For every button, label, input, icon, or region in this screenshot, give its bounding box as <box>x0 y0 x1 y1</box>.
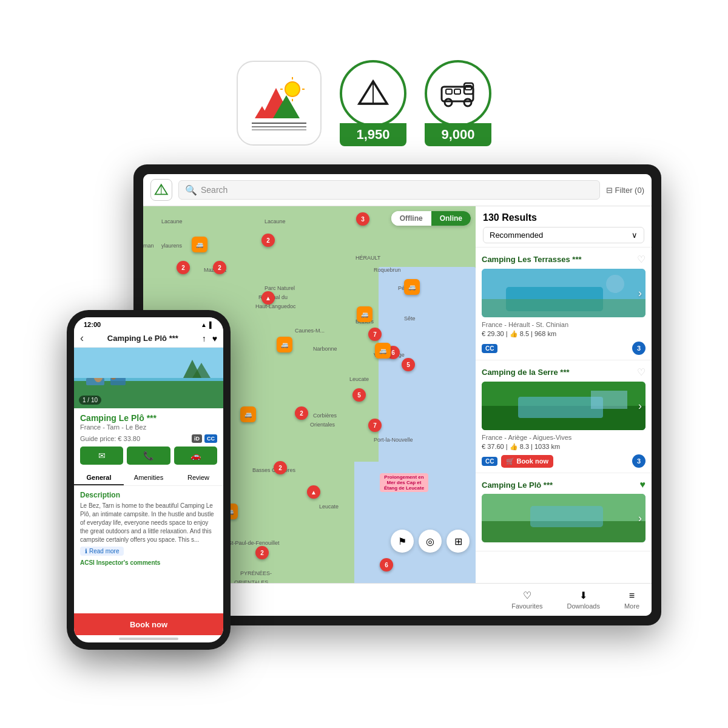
campsite-card-1: Camping Les Terrasses *** ♡ <box>476 248 652 360</box>
phone-statusbar: 12:00 ▲ ▌ <box>74 317 223 329</box>
map-label-portla: Port-la-Nouvelle <box>374 437 413 443</box>
results-header: 130 Results Recommended ∨ <box>476 206 652 248</box>
more-icon: ≡ <box>629 590 635 601</box>
campsite-title-row-1: Camping Les Terrasses *** ♡ <box>482 254 645 265</box>
phone-device: 12:00 ▲ ▌ ‹ Camping Le Plô *** ↑ ♥ <box>67 310 231 650</box>
online-toggle[interactable]: Online <box>431 211 471 226</box>
map-pin-2-2: 2 <box>177 261 190 274</box>
read-more-button[interactable]: ℹ Read more <box>80 547 124 556</box>
app-icon[interactable] <box>237 61 322 146</box>
search-icon: 🔍 <box>185 184 197 196</box>
flag-button[interactable]: ⚑ <box>391 530 414 553</box>
svg-point-20 <box>464 99 471 106</box>
nav-favourites[interactable]: ♡ Favourites <box>511 590 542 610</box>
filter-button[interactable]: ⊟ Filter (0) <box>606 186 644 195</box>
phone-home-indicator <box>119 638 178 640</box>
chevron-right-icon-2: › <box>638 400 642 413</box>
map-label-caunes: Caunes-M... <box>295 328 325 334</box>
map-pin-6-4: 6 <box>380 558 393 571</box>
svg-point-26 <box>606 275 624 293</box>
svg-rect-17 <box>454 89 460 94</box>
tab-review[interactable]: Review <box>174 471 223 485</box>
phone-price-label: Guide price: € 33.80 <box>80 435 140 442</box>
chevron-right-icon-3: › <box>638 512 642 525</box>
campsite-img-inner-1 <box>482 269 645 317</box>
map-pin-5-2: 5 <box>352 388 366 402</box>
sort-dropdown[interactable]: Recommended ∨ <box>483 227 644 243</box>
email-button[interactable]: ✉ <box>80 447 123 465</box>
map-pin-orange-1: 🚐 <box>192 237 207 252</box>
num-badge-2: 3 <box>632 454 645 468</box>
campsite-count: 1,950 <box>340 123 406 146</box>
svg-point-19 <box>445 99 452 106</box>
battery-icon: ▌ <box>209 322 214 328</box>
share-icon[interactable]: ↑ <box>202 334 206 343</box>
map-label-corbieres: Corbières <box>313 413 337 419</box>
map-label-haut: Haut-Languedoc <box>255 303 296 309</box>
campsite-image-3: › <box>482 494 645 542</box>
chevron-right-icon-1: › <box>638 287 642 300</box>
cc-badge-phone: CC <box>204 434 217 443</box>
directions-button[interactable]: 🚗 <box>174 447 217 465</box>
campsite-image-2: › <box>482 382 645 430</box>
map-pin-tent-1: ▲ <box>261 291 275 305</box>
map-pin-7-2: 7 <box>368 419 382 432</box>
tab-general[interactable]: General <box>74 471 124 485</box>
grid-button[interactable]: ⊞ <box>447 530 470 553</box>
phone-page-title: Camping Le Plô *** <box>107 334 178 343</box>
nav-more-label: More <box>624 602 639 610</box>
phone-action-buttons: ✉ 📞 🚗 <box>80 447 217 465</box>
phone-campsite-location: France - Tarn - Le Bez <box>80 423 217 431</box>
camper-badge: 9,000 <box>425 60 491 146</box>
campsite-card-2: Camping de la Serre *** ♡ <box>476 360 652 473</box>
tab-amenities[interactable]: Amenities <box>124 471 174 485</box>
filter-label: Filter (0) <box>615 186 644 195</box>
search-bar[interactable]: 🔍 Search <box>178 180 600 200</box>
map-pin-2-3: 2 <box>213 261 226 274</box>
svg-point-0 <box>285 82 300 96</box>
heart-save-icon[interactable]: ♥ <box>212 334 217 343</box>
campsite-title-3: Camping Le Plô *** <box>482 480 553 490</box>
map-pin-orange-4: 🚐 <box>277 337 292 352</box>
map-view-toggle: Offline Online <box>391 211 471 226</box>
campsite-title-row-2: Camping de la Serre *** ♡ <box>482 366 645 378</box>
phone-book-button[interactable]: Book now <box>74 613 223 635</box>
phone-call-button[interactable]: 📞 <box>127 447 170 465</box>
map-label-sete: Sête <box>404 315 416 322</box>
campsite-badge: 1,950 <box>340 60 406 146</box>
chevron-down-icon: ∨ <box>632 231 638 240</box>
campsite-img-inner-3 <box>482 494 645 542</box>
heart-icon-2[interactable]: ♡ <box>637 366 645 378</box>
svg-rect-33 <box>530 506 603 527</box>
camper-circle <box>425 60 491 127</box>
svg-rect-16 <box>446 89 452 94</box>
nav-more[interactable]: ≡ More <box>624 590 639 610</box>
campsite-img-inner-2 <box>482 382 645 430</box>
location-button[interactable]: ◎ <box>419 530 442 553</box>
nav-downloads[interactable]: ⬇ Downloads <box>567 590 600 610</box>
svg-rect-25 <box>482 299 645 317</box>
campsite-stats-2: € 37.60 | 👍 8.3 | 1033 km <box>482 443 645 451</box>
photo-counter: 1 / 10 <box>79 396 101 405</box>
map-label-leucate2: Leucate <box>319 504 339 510</box>
offline-toggle[interactable]: Offline <box>391 211 431 226</box>
sort-label: Recommended <box>490 231 543 240</box>
map-pin-orange-6: 🚐 <box>240 406 256 422</box>
nav-downloads-label: Downloads <box>567 602 600 610</box>
filter-icon: ⊟ <box>606 186 613 195</box>
phone-badges: iD CC <box>192 434 217 443</box>
read-more-icon: ℹ <box>85 548 87 554</box>
description-text: Le Bez, Tarn is home to the beautiful Ca… <box>80 502 217 544</box>
map-label-lacaune: Lacaune <box>161 218 183 224</box>
map-label-herault: HÉRAULT <box>356 255 380 261</box>
heart-icon-3[interactable]: ♥ <box>640 479 646 490</box>
book-now-button-2[interactable]: 🛒 Book now <box>501 455 553 468</box>
heart-icon-1[interactable]: ♡ <box>637 254 645 265</box>
id-badge: iD <box>192 434 202 443</box>
map-pin-3: 3 <box>356 212 369 226</box>
num-badge-1: 3 <box>632 342 645 355</box>
description-title: Description <box>80 491 217 499</box>
back-button[interactable]: ‹ <box>80 332 84 345</box>
download-icon: ⬇ <box>579 590 587 601</box>
nav-favourites-label: Favourites <box>511 602 542 610</box>
